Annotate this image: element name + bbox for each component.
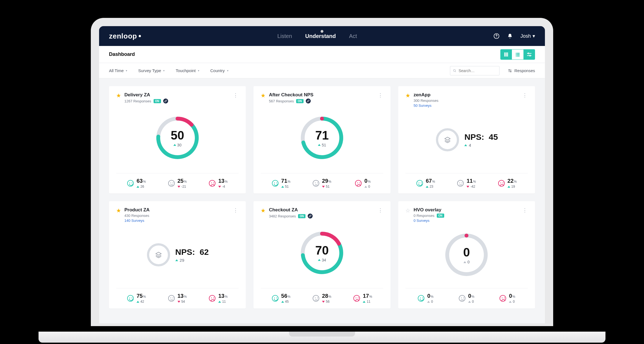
card-menu-icon[interactable]: ⋮: [233, 92, 239, 98]
nps-gauge: 50 30: [154, 114, 201, 161]
stat-passive: 29% 51: [302, 178, 342, 189]
brand-dot-icon: [139, 35, 141, 37]
stat-promoter: 67% 23: [405, 178, 446, 189]
page-header: Dashboard: [99, 46, 545, 63]
stat-passive-delta: 51: [322, 185, 331, 189]
nps-gauge: 0 0: [443, 231, 490, 278]
sad-face-icon: [498, 180, 505, 187]
card-subtitle: 0 ResponsesON: [414, 214, 519, 218]
sad-face-icon: [355, 180, 362, 187]
stat-passive: 11% -42: [446, 178, 487, 189]
chevron-down-icon: ▾: [163, 69, 165, 72]
star-icon[interactable]: ★: [116, 207, 121, 214]
happy-face-icon: [416, 180, 423, 187]
star-icon[interactable]: ★: [116, 92, 121, 99]
bell-icon[interactable]: [507, 33, 513, 39]
svg-rect-10: [507, 55, 508, 56]
sort-icon: [508, 69, 512, 73]
neutral-face-icon: [457, 180, 464, 187]
nps-small-gauge: [146, 242, 171, 267]
search-input[interactable]: [459, 69, 496, 73]
view-list-button[interactable]: [512, 49, 523, 60]
svg-point-1: [496, 37, 497, 38]
chevron-down-icon: ▾: [126, 69, 127, 72]
on-badge: ON: [437, 214, 444, 218]
star-icon[interactable]: ★: [405, 92, 410, 99]
filter-survey-type[interactable]: Survey Type▾: [138, 68, 165, 73]
stat-promoter: 0% 0: [405, 293, 446, 304]
stat-passive: 0% 0: [446, 293, 487, 304]
card-menu-icon[interactable]: ⋮: [233, 207, 239, 213]
survey-card-hvo-overlay: ☆ HVO overlay 0 ResponsesON 0 Surveys ⋮ …: [398, 201, 535, 308]
link-badge-icon: [308, 214, 313, 219]
svg-rect-14: [517, 54, 520, 55]
star-icon[interactable]: ★: [261, 92, 266, 99]
stat-promoter-delta: 51: [281, 185, 291, 189]
svg-point-21: [453, 69, 455, 71]
view-settings-button[interactable]: [523, 49, 535, 60]
search-box[interactable]: [450, 66, 500, 75]
sad-face-icon: [209, 180, 215, 187]
filter-survey-type-label: Survey Type: [138, 68, 161, 73]
surveys-link[interactable]: 0 Surveys: [414, 219, 519, 223]
stat-detractor: 17% 11: [342, 293, 383, 304]
brand-text: zenloop: [109, 32, 137, 40]
stat-promoter: 63% 26: [116, 178, 157, 189]
neutral-face-icon: [168, 295, 175, 302]
brand-logo[interactable]: zenloop: [109, 32, 141, 40]
link-badge-icon: [163, 99, 168, 103]
stat-promoter: 56% 45: [261, 293, 301, 304]
stat-promoter-pct: 71%: [281, 178, 291, 184]
card-menu-icon[interactable]: ⋮: [378, 92, 383, 98]
stat-passive-delta: 54: [178, 300, 187, 304]
card-title: zenApp: [414, 92, 519, 98]
svg-rect-13: [516, 54, 517, 55]
survey-card-checkout-za: ★ Checkout ZA 3482 ResponsesON ⋮ 70 34 5…: [253, 201, 390, 308]
sort-button[interactable]: Responses: [508, 68, 535, 73]
gauge-score: 0: [463, 245, 470, 259]
filter-touchpoint[interactable]: Touchpoint▾: [176, 68, 199, 73]
stat-promoter-delta: 0: [427, 300, 433, 304]
surveys-link[interactable]: 140 Surveys: [124, 219, 230, 223]
page-title: Dashboard: [109, 51, 135, 57]
stat-promoter-delta: 23: [426, 185, 435, 189]
help-icon[interactable]: [493, 33, 500, 39]
stat-promoter-pct: 67%: [426, 178, 435, 184]
stat-promoter-pct: 56%: [281, 293, 291, 299]
nav-act[interactable]: Act: [349, 33, 357, 39]
stat-promoter: 71% 51: [261, 178, 301, 189]
stat-detractor-pct: 13%: [218, 293, 228, 299]
gauge-score: 50: [171, 129, 184, 142]
svg-rect-15: [516, 56, 517, 56]
star-icon[interactable]: ☆: [405, 207, 410, 214]
user-menu[interactable]: Josh ▾: [520, 33, 535, 39]
stat-passive-pct: 0%: [468, 293, 474, 299]
card-menu-icon[interactable]: ⋮: [378, 207, 383, 213]
stat-passive: 25% -21: [157, 178, 198, 189]
chevron-down-icon: ▾: [198, 69, 199, 72]
card-stats: 63% 26 25% -21 13% -4: [116, 173, 239, 189]
stat-detractor-pct: 0%: [509, 293, 515, 299]
svg-rect-2: [504, 53, 505, 54]
svg-rect-4: [507, 53, 508, 54]
stat-detractor: 22% 19: [487, 178, 528, 189]
camera-dot: [321, 30, 323, 33]
view-toggle: [500, 49, 535, 60]
card-menu-icon[interactable]: ⋮: [522, 92, 528, 98]
gauge-score: 70: [315, 244, 329, 257]
filter-country-label: Country: [210, 68, 225, 73]
svg-rect-9: [506, 55, 507, 56]
filter-time[interactable]: All Time▾: [109, 68, 127, 73]
survey-card-zenapp: ★ zenApp 300 Responses 50 Surveys ⋮ NPS:…: [398, 86, 535, 193]
surveys-link[interactable]: 50 Surveys: [414, 103, 519, 108]
card-menu-icon[interactable]: ⋮: [522, 207, 528, 213]
card-title: Checkout ZA: [269, 207, 374, 213]
filter-country[interactable]: Country▾: [210, 68, 228, 73]
star-icon[interactable]: ★: [261, 207, 266, 214]
card-title: Delivery ZA: [124, 92, 230, 98]
nav-listen[interactable]: Listen: [277, 33, 292, 39]
nav-understand[interactable]: Understand: [305, 33, 336, 39]
on-badge: ON: [296, 99, 304, 103]
view-grid-button[interactable]: [500, 49, 512, 60]
nps-delta: 29: [175, 258, 209, 263]
